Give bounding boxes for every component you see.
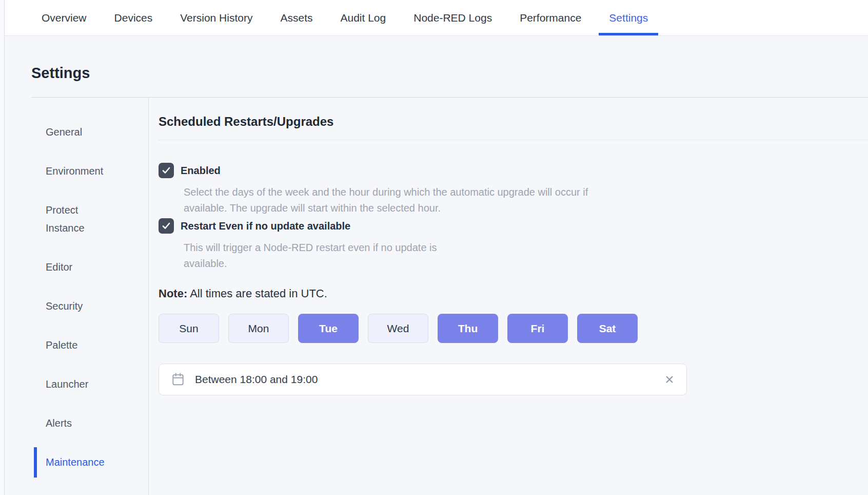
sidebar-item-security[interactable]: Security — [31, 297, 119, 315]
note-prefix: Note: — [159, 287, 187, 300]
tab-settings[interactable]: Settings — [599, 0, 658, 35]
restart-checkbox[interactable] — [159, 218, 174, 234]
clear-time-window-button[interactable] — [664, 374, 675, 385]
sidebar-item-editor[interactable]: Editor — [31, 258, 119, 276]
sidebar-item-general[interactable]: General — [31, 123, 119, 141]
tab-version-history[interactable]: Version History — [179, 0, 253, 35]
calendar-icon — [171, 372, 185, 387]
enabled-checkbox-row[interactable]: Enabled — [159, 163, 868, 178]
enabled-field: Enabled Select the days of the week and … — [159, 163, 868, 216]
restart-checkbox-row[interactable]: Restart Even if no update available — [159, 218, 868, 234]
clear-x-icon — [664, 374, 675, 385]
day-button-mon[interactable]: Mon — [228, 314, 289, 343]
checkmark-icon — [162, 166, 171, 175]
enabled-checkbox[interactable] — [159, 163, 174, 178]
tab-performance[interactable]: Performance — [519, 0, 582, 35]
utc-note: Note: All times are stated in UTC. — [159, 287, 868, 300]
instance-tab-bar: Overview Devices Version History Assets … — [5, 0, 868, 36]
maintenance-settings-panel: Scheduled Restarts/Upgrades Enabled Sele… — [149, 98, 868, 495]
day-button-sat[interactable]: Sat — [577, 314, 638, 343]
sidebar-item-protect-instance[interactable]: Protect Instance — [31, 201, 119, 237]
enabled-label: Enabled — [181, 165, 221, 177]
settings-sidebar: General Environment Protect Instance Edi… — [31, 98, 149, 495]
instance-settings-page: Overview Devices Version History Assets … — [4, 0, 868, 495]
sidebar-item-launcher[interactable]: Launcher — [31, 375, 119, 393]
tab-node-red-logs[interactable]: Node-RED Logs — [412, 0, 493, 35]
day-button-sun[interactable]: Sun — [159, 314, 219, 343]
tab-devices[interactable]: Devices — [113, 0, 154, 35]
day-selector: Sun Mon Tue Wed Thu Fri Sat — [159, 314, 868, 343]
day-button-thu[interactable]: Thu — [438, 314, 498, 343]
settings-page-body: Settings General Environment Protect Ins… — [5, 36, 868, 495]
active-item-indicator — [34, 447, 37, 478]
tab-assets[interactable]: Assets — [279, 0, 313, 35]
sidebar-item-maintenance[interactable]: Maintenance — [31, 453, 119, 471]
time-window-value: Between 18:00 and 19:00 — [195, 373, 318, 386]
tab-overview[interactable]: Overview — [41, 0, 88, 35]
enabled-description: Select the days of the week and the hour… — [184, 184, 589, 216]
day-button-tue[interactable]: Tue — [298, 314, 359, 343]
page-title: Settings — [31, 64, 868, 82]
day-button-wed[interactable]: Wed — [368, 314, 428, 343]
checkmark-icon — [162, 221, 171, 231]
tab-audit-log[interactable]: Audit Log — [339, 0, 387, 35]
sidebar-item-alerts[interactable]: Alerts — [31, 414, 119, 432]
section-divider — [159, 140, 868, 140]
sidebar-item-palette[interactable]: Palette — [31, 336, 119, 354]
restart-field: Restart Even if no update available This… — [159, 218, 868, 272]
section-heading: Scheduled Restarts/Upgrades — [159, 114, 868, 129]
restart-description: This will trigger a Node-RED restart eve… — [184, 240, 450, 272]
restart-label: Restart Even if no update available — [181, 220, 350, 232]
sidebar-item-environment[interactable]: Environment — [31, 162, 119, 180]
time-window-input[interactable]: Between 18:00 and 19:00 — [159, 364, 687, 395]
note-text: All times are stated in UTC. — [190, 287, 327, 300]
day-button-fri[interactable]: Fri — [507, 314, 568, 343]
